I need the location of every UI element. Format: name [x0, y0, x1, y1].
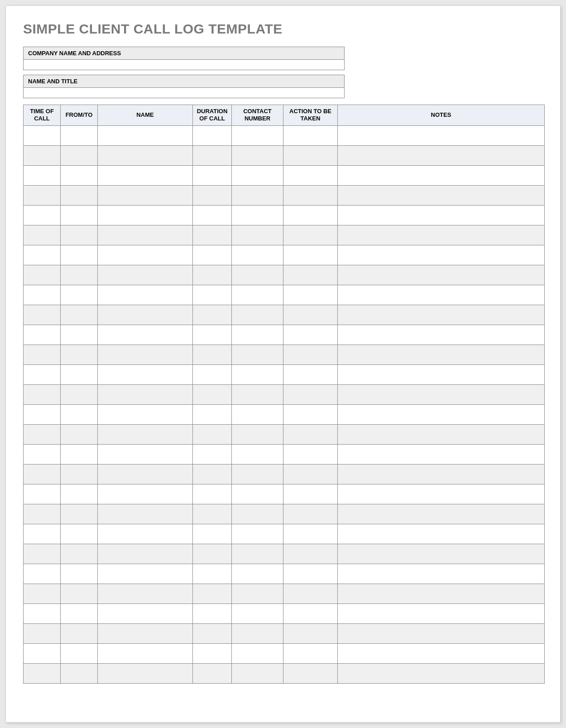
table-cell[interactable] — [24, 285, 61, 305]
table-cell[interactable] — [232, 524, 283, 544]
table-cell[interactable] — [193, 404, 232, 424]
table-cell[interactable] — [193, 663, 232, 683]
table-cell[interactable] — [24, 504, 61, 524]
table-cell[interactable] — [24, 643, 61, 663]
table-cell[interactable] — [61, 584, 98, 603]
table-cell[interactable] — [232, 165, 283, 185]
table-cell[interactable] — [283, 444, 338, 464]
table-cell[interactable] — [193, 484, 232, 504]
table-cell[interactable] — [193, 185, 232, 205]
table-cell[interactable] — [24, 165, 61, 185]
table-cell[interactable] — [193, 603, 232, 623]
table-cell[interactable] — [283, 384, 338, 404]
table-cell[interactable] — [24, 444, 61, 464]
table-cell[interactable] — [338, 643, 545, 663]
table-cell[interactable] — [232, 603, 283, 623]
table-cell[interactable] — [232, 205, 283, 225]
table-cell[interactable] — [338, 345, 545, 364]
table-cell[interactable] — [61, 305, 98, 325]
table-cell[interactable] — [193, 145, 232, 165]
table-cell[interactable] — [98, 584, 193, 603]
table-cell[interactable] — [61, 165, 98, 185]
table-cell[interactable] — [232, 384, 283, 404]
table-cell[interactable] — [61, 544, 98, 564]
table-cell[interactable] — [338, 165, 545, 185]
table-cell[interactable] — [193, 305, 232, 325]
table-cell[interactable] — [338, 464, 545, 484]
table-cell[interactable] — [193, 364, 232, 384]
table-cell[interactable] — [24, 384, 61, 404]
table-cell[interactable] — [193, 265, 232, 285]
table-cell[interactable] — [193, 623, 232, 643]
table-cell[interactable] — [232, 584, 283, 603]
table-cell[interactable] — [232, 325, 283, 345]
table-cell[interactable] — [338, 603, 545, 623]
table-cell[interactable] — [61, 444, 98, 464]
table-cell[interactable] — [338, 404, 545, 424]
table-cell[interactable] — [232, 345, 283, 364]
table-cell[interactable] — [283, 345, 338, 364]
table-cell[interactable] — [193, 384, 232, 404]
table-cell[interactable] — [338, 424, 545, 444]
table-cell[interactable] — [61, 384, 98, 404]
table-cell[interactable] — [61, 125, 98, 145]
table-cell[interactable] — [232, 364, 283, 384]
table-cell[interactable] — [98, 364, 193, 384]
table-cell[interactable] — [232, 225, 283, 245]
table-cell[interactable] — [338, 285, 545, 305]
table-cell[interactable] — [338, 663, 545, 683]
table-cell[interactable] — [283, 564, 338, 584]
table-cell[interactable] — [98, 663, 193, 683]
table-cell[interactable] — [24, 663, 61, 683]
table-cell[interactable] — [98, 165, 193, 185]
table-cell[interactable] — [283, 165, 338, 185]
table-cell[interactable] — [283, 464, 338, 484]
table-cell[interactable] — [283, 484, 338, 504]
table-cell[interactable] — [232, 285, 283, 305]
table-cell[interactable] — [61, 484, 98, 504]
table-cell[interactable] — [98, 145, 193, 165]
table-cell[interactable] — [338, 205, 545, 225]
table-cell[interactable] — [232, 623, 283, 643]
table-cell[interactable] — [98, 643, 193, 663]
name-title-input[interactable] — [24, 88, 344, 98]
table-cell[interactable] — [193, 584, 232, 603]
table-cell[interactable] — [24, 185, 61, 205]
table-cell[interactable] — [193, 524, 232, 544]
table-cell[interactable] — [98, 544, 193, 564]
table-cell[interactable] — [61, 564, 98, 584]
table-cell[interactable] — [193, 424, 232, 444]
table-cell[interactable] — [61, 185, 98, 205]
table-cell[interactable] — [338, 145, 545, 165]
table-cell[interactable] — [98, 444, 193, 464]
table-cell[interactable] — [98, 504, 193, 524]
table-cell[interactable] — [338, 524, 545, 544]
table-cell[interactable] — [98, 623, 193, 643]
table-cell[interactable] — [338, 504, 545, 524]
table-cell[interactable] — [338, 484, 545, 504]
table-cell[interactable] — [98, 245, 193, 265]
table-cell[interactable] — [98, 603, 193, 623]
table-cell[interactable] — [24, 125, 61, 145]
table-cell[interactable] — [193, 444, 232, 464]
table-cell[interactable] — [193, 345, 232, 364]
table-cell[interactable] — [338, 265, 545, 285]
table-cell[interactable] — [98, 424, 193, 444]
table-cell[interactable] — [283, 125, 338, 145]
table-cell[interactable] — [232, 125, 283, 145]
table-cell[interactable] — [338, 584, 545, 603]
table-cell[interactable] — [98, 225, 193, 245]
table-cell[interactable] — [98, 404, 193, 424]
table-cell[interactable] — [24, 145, 61, 165]
table-cell[interactable] — [193, 504, 232, 524]
table-cell[interactable] — [338, 245, 545, 265]
table-cell[interactable] — [61, 643, 98, 663]
table-cell[interactable] — [283, 205, 338, 225]
table-cell[interactable] — [338, 125, 545, 145]
table-cell[interactable] — [283, 325, 338, 345]
table-cell[interactable] — [232, 643, 283, 663]
table-cell[interactable] — [338, 544, 545, 564]
table-cell[interactable] — [98, 305, 193, 325]
table-cell[interactable] — [61, 225, 98, 245]
table-cell[interactable] — [193, 564, 232, 584]
